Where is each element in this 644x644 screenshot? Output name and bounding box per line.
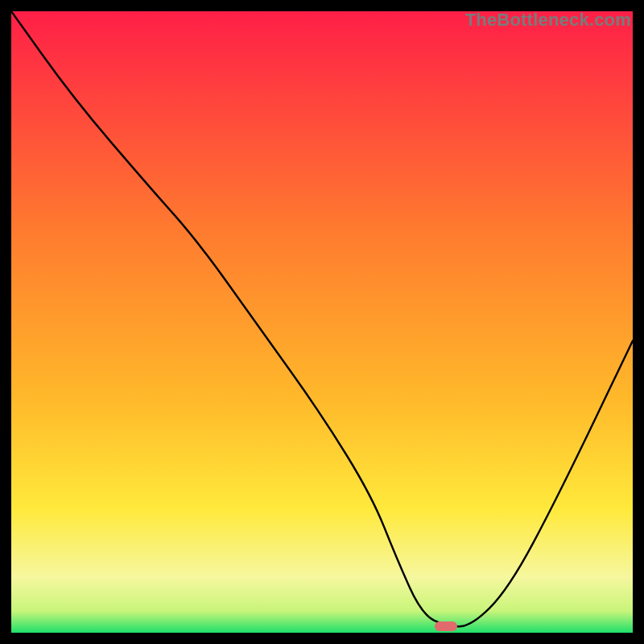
chart-frame: TheBottleneck.com xyxy=(11,11,633,633)
bottleneck-chart xyxy=(11,11,633,633)
gradient-background xyxy=(11,11,633,633)
optimal-point-marker xyxy=(435,621,457,631)
watermark-text: TheBottleneck.com xyxy=(465,10,631,31)
